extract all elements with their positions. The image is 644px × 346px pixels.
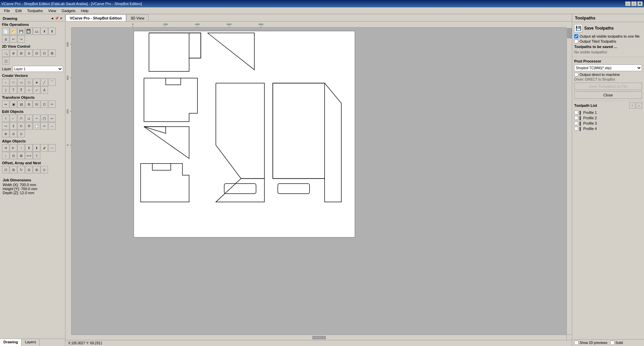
toolpath-2-label[interactable]: Profile 2 [583,116,597,120]
align-right-tool[interactable]: ⫶ [17,144,25,152]
show-2d-checkbox[interactable] [574,341,579,345]
menu-view[interactable]: View [46,8,59,13]
menu-file[interactable]: File [1,8,13,13]
flip-v-tool[interactable]: ⇳ [33,152,40,159]
extend-tool[interactable]: ↔ [48,122,56,130]
align-bottom-tool[interactable]: ⬋ [41,144,48,152]
mirror-v-tool[interactable]: ⇕ [10,122,17,130]
redo-node-tool[interactable]: ↪ [2,122,9,130]
align-center-h-tool[interactable]: ⫸ [10,144,17,152]
text-engrave-tool[interactable]: A [41,86,48,94]
open-folder-button[interactable]: 🗂 [33,28,40,35]
zoom-drawing-button[interactable]: ◫ [2,57,9,64]
zoom-select-button[interactable]: ⊡ [41,49,48,57]
output-all-checkbox[interactable] [574,34,578,38]
vscroll-thumb[interactable] [567,28,572,38]
zoom-out-button[interactable]: ⊖ [25,49,33,57]
copy-tool[interactable]: ⧉ [25,122,33,130]
canvas-area[interactable] [71,28,566,335]
circle-tool[interactable]: ○ [2,79,9,86]
save-toolpaths-button[interactable]: Save Toolpath(s) to File [574,83,642,90]
solid-checkbox[interactable] [610,341,614,345]
toolpath-3-checkbox[interactable] [574,121,578,125]
flip-h-tool[interactable]: ⟺ [25,152,33,159]
open-file-button[interactable]: 📂 [10,28,17,35]
align-tool[interactable]: ⊞ [25,100,33,108]
space-v-tool[interactable]: ↕ [2,152,9,159]
output-direct-row[interactable]: Output direct to machine [574,73,642,77]
zoom-all-button[interactable]: ⊠ [48,49,56,57]
array-rotate-tool[interactable]: ↻ [17,166,25,173]
space-h-tool[interactable]: ↔ [48,144,56,152]
output-tiled-checkbox[interactable] [574,39,578,43]
save-button[interactable]: 💾 [17,28,25,35]
solid-row[interactable]: Solid [610,341,623,345]
output-tiled-checkbox-row[interactable]: Output Tiled Toolpaths [574,39,642,43]
menu-edit[interactable]: Edit [13,8,24,13]
join-tool[interactable]: ⌇ [2,115,9,122]
transform-obj-tool[interactable]: ⊡ [41,100,48,108]
toolpath-4-checkbox[interactable] [574,127,578,131]
offset2-tool[interactable]: ⊡ [2,166,9,173]
undo-node-tool[interactable]: ↩ [48,115,56,122]
align-left-tool[interactable]: ⫷ [2,144,9,152]
layer-select[interactable]: Layer 1 [13,66,63,72]
ellipse-tool[interactable]: ⬭ [10,79,17,86]
node-edit-tool[interactable]: ⊹ [25,86,33,94]
new-file-button[interactable]: 📄 [2,28,9,35]
tangent-tool[interactable]: ⊙ [17,130,25,137]
distribute-tool[interactable]: ⊟ [33,100,40,108]
menu-help[interactable]: Help [78,8,91,13]
bezier-tool[interactable]: ∫ [2,86,9,94]
tab-layers[interactable]: Layers [21,339,40,346]
ungroup-tool[interactable]: ▤ [17,100,25,108]
arc-tool[interactable]: ⌒ [48,79,56,86]
import-button[interactable]: ⬇ [41,28,48,35]
weld-tool[interactable]: ⊔ [25,115,33,122]
close-button[interactable]: Close [574,91,642,99]
intersect-tool[interactable]: ⋂ [41,115,48,122]
toolpath-3-label[interactable]: Profile 3 [583,121,597,125]
minimize-button[interactable]: ─ [625,1,631,6]
trim-tool[interactable]: ✂ [48,100,56,108]
tab-drawing[interactable]: Drawing [0,339,21,346]
print-button[interactable]: 🖨 [2,35,9,43]
nesting-tool[interactable]: ⊟ [25,166,33,173]
polygon-tool[interactable]: ⬡ [25,79,33,86]
zoom-box-button[interactable]: ⊞ [17,49,25,57]
output-direct-checkbox[interactable] [574,73,578,77]
tab-vcarve[interactable]: VCarve Pro - ShopBot Edition [65,14,126,21]
maximize-button[interactable]: □ [631,1,637,6]
menu-gadgets[interactable]: Gadgets [59,8,78,13]
show-2d-previews-row[interactable]: Show 2D previews [574,341,607,345]
node-del-tool[interactable]: ⊗ [2,130,9,137]
rectangle-tool[interactable]: ▭ [17,79,25,86]
rotate-tool[interactable]: ↻ [17,122,25,130]
vertical-scrollbar[interactable] [566,28,572,335]
group-tool[interactable]: ▣ [10,100,17,108]
drawing-pin-controls[interactable]: ◄ 📌 ✕ [51,16,62,20]
array-copy-tool[interactable]: ⊞ [10,166,17,173]
toolpath-2-checkbox[interactable] [574,116,578,120]
align-top-tool[interactable]: ⬆ [25,144,33,152]
save-as-button[interactable] [25,28,33,35]
zoom-in-button[interactable]: ⊕ [10,49,17,57]
array-grid-tool[interactable]: ⊞ [33,166,40,173]
align-center-v-tool[interactable]: ⬇ [33,144,40,152]
undo-button[interactable]: ↩ [10,35,17,43]
menu-toolpaths[interactable]: Toolpaths [24,8,46,13]
tab-3d-view[interactable]: 3D View [126,14,149,21]
star-tool[interactable]: ★ [33,79,40,86]
center-page-h-tool[interactable]: ⊟ [10,152,17,159]
post-processor-select[interactable]: Shopbot TC(MM)(*.sbp) [574,64,642,71]
zoom-extent-button[interactable]: ⊟ [33,49,40,57]
zoom-fit-button[interactable]: 🔍 [2,49,9,57]
pin-button[interactable]: ◄ 📌 ✕ [51,16,62,20]
offset-tool[interactable]: ⊓ [17,115,25,122]
subtract-tool[interactable]: ∸ [33,115,40,122]
fillet-tool[interactable]: ⌐ [10,115,17,122]
toolpath-1-checkbox[interactable] [574,111,578,115]
transform-tool[interactable]: ⤢ [33,86,40,94]
line-tool[interactable]: ╱ [41,79,48,86]
export-button[interactable]: ⬆ [48,28,56,35]
